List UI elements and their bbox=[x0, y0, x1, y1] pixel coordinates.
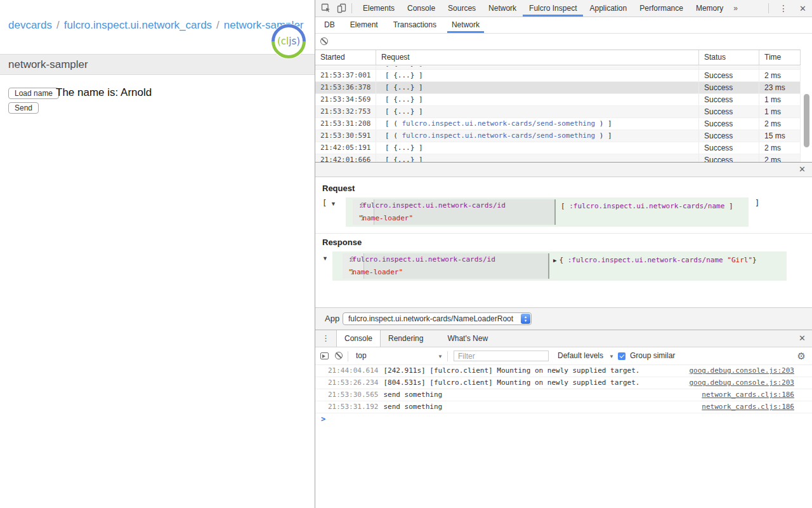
tab-console[interactable]: Console bbox=[401, 0, 442, 17]
console-sidebar-icon[interactable] bbox=[320, 352, 329, 359]
console-message[interactable]: 21:53:26.234[804.531s] [fulcro.client] M… bbox=[315, 377, 812, 389]
column-header-time[interactable]: Time bbox=[759, 50, 801, 65]
select-stepper-icon[interactable]: ▲ ▼ bbox=[521, 314, 530, 324]
tab-performance[interactable]: Performance bbox=[633, 0, 690, 17]
cell-status: Success bbox=[699, 82, 759, 93]
context-dropdown-icon[interactable]: ▼ bbox=[438, 354, 443, 359]
column-header-status[interactable]: Status bbox=[699, 50, 759, 65]
cell-started: 21:53:37:001 bbox=[315, 70, 376, 81]
message-source-link[interactable]: goog.debug.console.js:203 bbox=[689, 365, 794, 377]
request-collapse-caret-icon[interactable]: ▼ bbox=[331, 201, 336, 207]
column-header-request[interactable]: Request bbox=[376, 50, 699, 65]
network-table-body: [ {...} ] Success 2 ms 21:53:37:001[ {..… bbox=[315, 66, 812, 162]
console-filter-input[interactable] bbox=[454, 351, 549, 361]
network-row[interactable]: 21:42:01:666[ {...} ]Success2 ms bbox=[315, 154, 801, 162]
cell-time: 23 ms bbox=[759, 82, 801, 93]
more-tabs-icon[interactable]: » bbox=[730, 4, 742, 13]
cljs-logo-text-right: js) bbox=[289, 36, 300, 47]
breadcrumb-separator: / bbox=[56, 19, 60, 31]
devcards-page: devcards/fulcro.inspect.ui.network_cards… bbox=[0, 0, 315, 508]
app-select[interactable]: fulcro.inspect.ui.network-cards/NameLoad… bbox=[343, 312, 532, 325]
network-row[interactable]: 21:42:05:191[ {...} ]Success2 ms bbox=[315, 142, 801, 154]
message-source-link[interactable]: network_cards.cljs:186 bbox=[702, 389, 794, 401]
load-name-button[interactable]: Load name bbox=[8, 88, 59, 99]
ident-entry-row: 0:fulcro.inspect.ui.network-cards/id bbox=[353, 199, 554, 212]
devtools-panel: ElementsConsoleSourcesNetworkFulcro Insp… bbox=[315, 0, 812, 508]
response-map: ▶{ :fulcro.inspect.ui.network-cards/name… bbox=[553, 256, 757, 265]
request-open-bracket: [ bbox=[322, 199, 327, 208]
network-row[interactable]: 21:53:30:591[ ( fulcro.inspect.ui.networ… bbox=[315, 130, 801, 142]
main-tabs: ElementsConsoleSourcesNetworkFulcro Insp… bbox=[357, 0, 730, 17]
inspect-element-icon[interactable] bbox=[321, 3, 331, 13]
breadcrumb-link-fulcro-inspect-ui-network-cards[interactable]: fulcro.inspect.ui.network_cards bbox=[64, 19, 212, 31]
tab-network[interactable]: Network bbox=[482, 0, 523, 17]
response-collapse-caret-icon[interactable]: ▼ bbox=[322, 255, 328, 262]
entry-value: "name-loader" bbox=[343, 266, 403, 279]
devtools-menu-icon[interactable]: ⋮ bbox=[773, 3, 794, 13]
breadcrumb-link-devcards[interactable]: devcards bbox=[8, 19, 52, 31]
tab-sources[interactable]: Sources bbox=[442, 0, 482, 17]
cell-started: 21:53:30:591 bbox=[315, 130, 376, 142]
message-source-link[interactable]: network_cards.cljs:186 bbox=[702, 401, 794, 413]
breadcrumb-separator: / bbox=[216, 19, 219, 31]
inspect-tab-transactions[interactable]: Transactions bbox=[389, 17, 441, 33]
network-row[interactable]: 21:53:37:001[ {...} ]Success2 ms bbox=[315, 70, 801, 82]
console-settings-gear-icon[interactable]: ⚙ bbox=[797, 351, 806, 362]
request-text: [ ( bbox=[385, 119, 402, 128]
inspect-tab-element[interactable]: Element bbox=[346, 17, 383, 33]
cell-request: [ {...} ] bbox=[376, 94, 699, 105]
detail-close-icon[interactable]: ✕ bbox=[799, 164, 806, 174]
cell-started: 21:42:05:191 bbox=[315, 142, 376, 154]
message-text: send something bbox=[383, 391, 442, 399]
cell-started: 21:42:01:666 bbox=[315, 154, 376, 162]
request-detail-panel: Request [ ▼ 0:fulcro.inspect.ui.network-… bbox=[315, 177, 812, 307]
tab-fulcro-inspect[interactable]: Fulcro Inspect bbox=[523, 0, 583, 17]
console-prompt-row[interactable]: > bbox=[315, 413, 812, 426]
network-row[interactable]: 21:53:34:569[ {...} ]Success1 ms bbox=[315, 94, 801, 106]
drawer-tab-rendering[interactable]: Rendering bbox=[381, 330, 431, 347]
drawer-tab-console[interactable]: Console bbox=[336, 330, 381, 347]
stepper-down-icon: ▼ bbox=[524, 319, 527, 323]
cell-request: [ ( fulcro.inspect.ui.network-cards/send… bbox=[376, 118, 699, 130]
expand-caret-icon[interactable]: ▶ bbox=[553, 257, 556, 264]
tab-elements[interactable]: Elements bbox=[357, 0, 401, 17]
device-toolbar-icon[interactable] bbox=[337, 3, 347, 13]
cell-time: 2 ms bbox=[759, 66, 801, 69]
tab-application[interactable]: Application bbox=[583, 0, 633, 17]
devtools-main-toolbar: ElementsConsoleSourcesNetworkFulcro Insp… bbox=[315, 0, 812, 17]
message-text: [804.531s] [fulcro.client] Mounting on n… bbox=[383, 378, 639, 387]
console-message[interactable]: 21:53:30.565send somethingnetwork_cards.… bbox=[315, 389, 812, 401]
request-value-box: 0:fulcro.inspect.ui.network-cards/id1"na… bbox=[346, 197, 749, 227]
group-similar-checkbox[interactable] bbox=[618, 352, 625, 360]
network-row[interactable]: 21:53:32:753[ {...} ]Success1 ms bbox=[315, 106, 801, 118]
drawer-tab-what-s-new[interactable]: What's New bbox=[440, 330, 495, 347]
message-source-link[interactable]: goog.debug.console.js:203 bbox=[689, 377, 794, 389]
cell-started: 21:53:32:753 bbox=[315, 106, 376, 117]
query-keyword: :fulcro.inspect.ui.network-cards/name bbox=[569, 202, 724, 210]
column-header-started[interactable]: Started bbox=[315, 50, 376, 65]
send-button[interactable]: Send bbox=[8, 102, 39, 114]
network-row[interactable]: 21:53:36:378[ {...} ]Success23 ms bbox=[315, 82, 801, 94]
inspect-tab-db[interactable]: DB bbox=[320, 17, 339, 33]
console-message[interactable]: 21:44:04.614[242.911s] [fulcro.client] M… bbox=[315, 365, 812, 377]
cljs-logo: (cljs) bbox=[271, 23, 306, 59]
request-symbol: fulcro.inspect.ui.network-cards/send-som… bbox=[402, 119, 596, 128]
console-message[interactable]: 21:53:31.192send somethingnetwork_cards.… bbox=[315, 401, 812, 413]
cell-request: [ {...} ] bbox=[376, 106, 699, 117]
request-section-label: Request bbox=[322, 184, 355, 193]
levels-dropdown-icon[interactable]: ▼ bbox=[609, 354, 614, 359]
table-scrollbar-thumb[interactable] bbox=[804, 94, 809, 147]
drawer-menu-icon[interactable]: ⋮ bbox=[315, 330, 336, 347]
app-selector-bar: App fulcro.inspect.ui.network-cards/Name… bbox=[315, 307, 812, 330]
log-levels-select[interactable]: Default levels bbox=[558, 347, 603, 364]
clear-requests-icon[interactable] bbox=[320, 37, 328, 45]
network-row[interactable]: 21:53:31:208[ ( fulcro.inspect.ui.networ… bbox=[315, 118, 801, 130]
inspect-tab-network[interactable]: Network bbox=[447, 17, 484, 33]
clear-console-icon[interactable] bbox=[335, 352, 343, 359]
execution-context-select[interactable]: top bbox=[356, 347, 367, 364]
tab-memory[interactable]: Memory bbox=[690, 0, 730, 17]
devtools-close-icon[interactable]: ✕ bbox=[794, 4, 812, 13]
message-timestamp: 21:44:04.614 bbox=[328, 366, 378, 375]
console-prompt-icon[interactable]: > bbox=[321, 415, 325, 424]
drawer-close-icon[interactable]: ✕ bbox=[792, 330, 812, 347]
